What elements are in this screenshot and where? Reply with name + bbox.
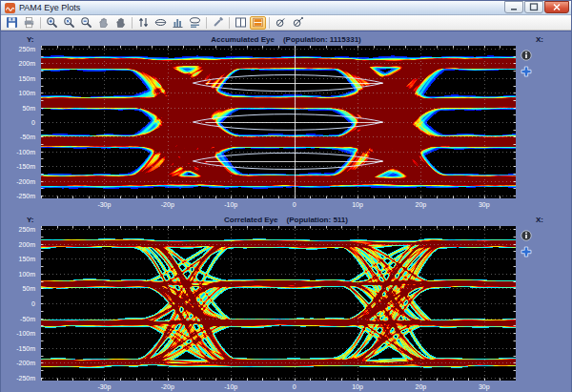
x-tick-label: 0 (293, 383, 296, 390)
histogram-horizontal-button[interactable] (187, 16, 203, 30)
y-tick-label: -100m (16, 148, 35, 156)
add-marker-button[interactable] (520, 245, 532, 258)
y-tick-label: -200m (16, 359, 35, 367)
layout-columns-button[interactable] (233, 16, 249, 30)
plot-info-button[interactable] (520, 229, 532, 241)
info-icon (521, 230, 532, 241)
x-axis-labels: -30p-20p-10p010p20p30p (41, 199, 516, 212)
population-label: (Population: 1115331) (283, 35, 361, 44)
histogram-horizontal-icon (189, 16, 201, 29)
y-tick-label: 200m (18, 240, 35, 249)
y-axis-labels: 250m200m150m100m50m0-50m-100m-150m-200m-… (1, 226, 38, 381)
y-tick-label: 250m (18, 45, 35, 53)
eye-mask-icon (154, 16, 167, 29)
x-tick-label: 0 (293, 201, 296, 208)
histogram-vertical-icon (172, 16, 184, 29)
plot-header: Y: Correlated Eye(Population: 511) X: (1, 214, 571, 226)
pan-alt-button[interactable] (112, 16, 129, 30)
plot-title: Accumulated Eye(Population: 1115331) (1, 35, 571, 44)
slashed-circle-alt-icon (292, 16, 304, 29)
y-tick-label: -50m (20, 133, 35, 141)
x-tick-label: -30p (97, 383, 111, 390)
maximize-icon (529, 3, 539, 11)
y-tick-label: -250m (16, 192, 35, 200)
window-controls (504, 1, 569, 15)
x-axis-indicator: X: (536, 35, 543, 44)
correlated-eye-canvas[interactable] (41, 226, 516, 381)
plot-info-button[interactable] (520, 49, 532, 61)
slashed-circle-button[interactable] (273, 16, 289, 30)
save-icon (6, 16, 18, 29)
y-tick-label: -50m (20, 315, 35, 323)
slashed-circle-alt-button[interactable] (290, 16, 306, 30)
app-window: PAM4 Eye Plots (0, 0, 572, 392)
toolbar-separator (132, 17, 133, 29)
slashed-circle-icon (275, 16, 287, 29)
toolbar-separator (206, 17, 207, 29)
x-tick-label: -10p (224, 201, 237, 208)
histogram-vertical-button[interactable] (170, 16, 186, 30)
y-tick-label: -150m (16, 162, 35, 171)
y-tick-label: 100m (18, 270, 35, 279)
toolbar (1, 15, 571, 31)
plot-header: Y: Accumulated Eye(Population: 1115331) … (1, 33, 571, 46)
y-tick-label: 100m (18, 89, 35, 97)
eye-mask-button[interactable] (153, 16, 169, 30)
plus-icon (521, 246, 532, 258)
toolbar-separator (269, 17, 270, 29)
zoom-in-button[interactable] (44, 16, 60, 30)
pan-hand-alt-icon (114, 16, 127, 29)
zoom-out-button[interactable] (78, 16, 94, 30)
x-tick-label: -20p (161, 201, 174, 208)
y-tick-label: -250m (16, 374, 35, 382)
x-axis-indicator: X: (536, 216, 543, 224)
add-marker-button[interactable] (520, 65, 532, 77)
wrench-icon (212, 16, 224, 29)
client-area: Y: Accumulated Eye(Population: 1115331) … (1, 31, 571, 392)
titlebar[interactable]: PAM4 Eye Plots (1, 1, 571, 15)
y-tick-label: -150m (16, 344, 35, 353)
save-button[interactable] (4, 16, 20, 30)
accumulated-eye-plot: Y: Accumulated Eye(Population: 1115331) … (1, 33, 571, 213)
fit-vertical-icon (137, 16, 150, 29)
plus-icon (521, 66, 532, 77)
zoom-in-icon (46, 16, 58, 29)
print-icon (23, 16, 35, 29)
toolbar-separator (229, 17, 230, 29)
fit-vertical-button[interactable] (135, 16, 152, 30)
y-tick-label: 150m (18, 255, 35, 263)
maximize-button[interactable] (524, 1, 543, 13)
y-axis-labels: 250m200m150m100m50m0-50m-100m-150m-200m-… (1, 46, 38, 198)
close-icon (552, 3, 562, 11)
app-icon (5, 3, 15, 13)
plot-side-toolbar (520, 49, 532, 77)
plot-title: Correlated Eye(Population: 511) (1, 216, 571, 224)
settings-wrench-button[interactable] (210, 16, 226, 30)
x-tick-label: 20p (416, 201, 427, 208)
layout-rows-button[interactable] (250, 16, 266, 30)
accumulated-eye-canvas[interactable] (41, 46, 516, 198)
minimize-button[interactable] (504, 1, 523, 13)
minimize-icon (509, 3, 519, 11)
y-tick-label: 0 (31, 299, 35, 308)
zoom-x-icon (63, 16, 75, 29)
y-tick-label: 50m (22, 104, 35, 113)
x-tick-label: 10p (352, 201, 363, 208)
close-button[interactable] (544, 1, 569, 13)
zoom-x-button[interactable] (61, 16, 77, 30)
x-tick-label: -30p (97, 201, 111, 208)
window-title: PAM4 Eye Plots (19, 3, 504, 13)
info-icon (521, 50, 532, 61)
x-tick-label: 30p (479, 383, 490, 390)
x-tick-label: 30p (479, 201, 490, 208)
print-button[interactable] (21, 16, 37, 30)
plot-title-text: Correlated Eye (224, 216, 277, 224)
layout-rows-icon (252, 16, 264, 29)
y-tick-label: 250m (18, 225, 35, 234)
layout-columns-icon (235, 16, 247, 29)
x-tick-label: -20p (161, 383, 174, 390)
y-tick-label: 200m (18, 59, 35, 68)
pan-button[interactable] (95, 16, 112, 30)
y-tick-label: 50m (22, 284, 35, 293)
x-tick-label: 20p (416, 383, 427, 390)
